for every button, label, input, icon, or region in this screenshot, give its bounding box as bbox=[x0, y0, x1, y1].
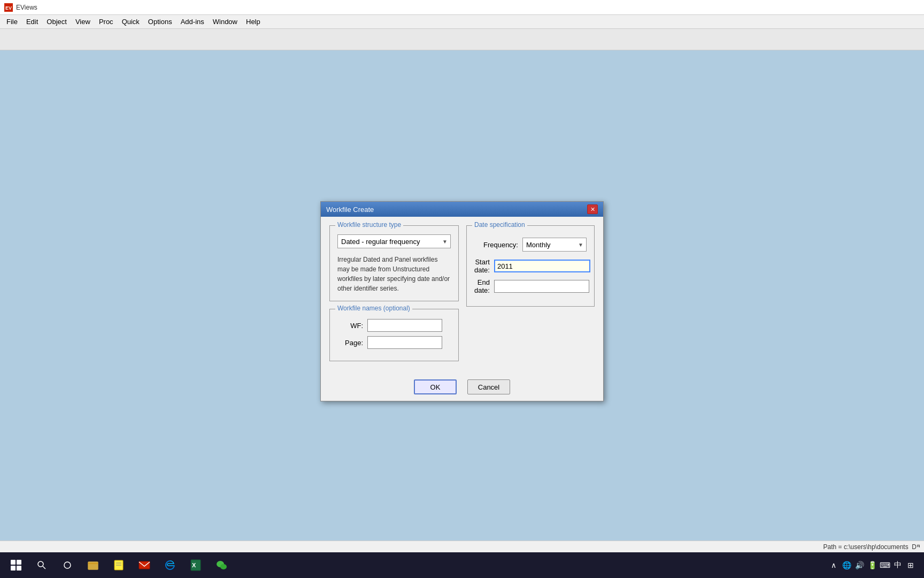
tray-network[interactable]: 🌐 bbox=[842, 560, 851, 570]
frequency-row: Frequency: Annual Semi-annual Quarterly … bbox=[474, 238, 587, 252]
taskbar-search[interactable] bbox=[30, 554, 53, 576]
workfile-create-dialog: Workfile Create ✕ Workfile structure typ… bbox=[320, 201, 604, 401]
structure-group: Workfile structure type Dated - regular … bbox=[329, 225, 459, 301]
dialog-buttons: OK Cancel bbox=[329, 377, 595, 394]
menu-help[interactable]: Help bbox=[242, 16, 265, 27]
svg-line-3 bbox=[43, 566, 45, 569]
wf-label: WF: bbox=[337, 322, 363, 330]
toolbar-area bbox=[0, 29, 924, 50]
frequency-label: Frequency: bbox=[474, 241, 518, 249]
svg-point-13 bbox=[220, 564, 227, 569]
frequency-dropdown-wrapper: Annual Semi-annual Quarterly Monthly Wee… bbox=[522, 238, 587, 252]
names-group: Workfile names (optional) WF: Page: bbox=[329, 309, 459, 361]
menu-window[interactable]: Window bbox=[209, 16, 242, 27]
menu-quick[interactable]: Quick bbox=[118, 16, 144, 27]
title-bar: EV EViews bbox=[0, 0, 924, 15]
structure-dropdown-wrapper: Dated - regular frequency Unstructured B… bbox=[337, 234, 451, 248]
end-date-row: End date: bbox=[474, 278, 587, 294]
app-title-text: EViews bbox=[16, 4, 37, 11]
main-area: Workfile Create ✕ Workfile structure typ… bbox=[0, 50, 924, 552]
start-date-input[interactable] bbox=[494, 260, 590, 272]
structure-description: Irregular Dated and Panel workfiles may … bbox=[337, 255, 451, 293]
status-path: Path = c:\users\hp\documents bbox=[823, 543, 908, 551]
svg-point-4 bbox=[64, 562, 71, 568]
page-label: Page: bbox=[337, 339, 363, 347]
wf-row: WF: bbox=[337, 319, 451, 332]
start-date-row: Start date: bbox=[474, 258, 587, 274]
frequency-dropdown[interactable]: Annual Semi-annual Quarterly Monthly Wee… bbox=[522, 238, 587, 252]
structure-dropdown[interactable]: Dated - regular frequency Unstructured B… bbox=[337, 234, 451, 248]
tray-chinese[interactable]: 中 bbox=[893, 560, 903, 570]
dialog-body: Workfile structure type Dated - regular … bbox=[321, 217, 603, 401]
tray-battery[interactable]: 🔋 bbox=[867, 560, 877, 570]
tray-volume[interactable]: 🔊 bbox=[854, 560, 864, 570]
menu-proc[interactable]: Proc bbox=[95, 16, 118, 27]
menu-bar: File Edit Object View Proc Quick Options… bbox=[0, 15, 924, 29]
taskbar-taskview[interactable] bbox=[56, 554, 79, 576]
page-input[interactable] bbox=[367, 336, 442, 349]
left-column: Workfile structure type Dated - regular … bbox=[329, 225, 459, 369]
menu-object[interactable]: Object bbox=[42, 16, 71, 27]
svg-rect-5 bbox=[88, 562, 98, 569]
tray-keyboard[interactable]: ⌨ bbox=[880, 560, 890, 570]
tray-arrow[interactable]: ∧ bbox=[829, 560, 838, 570]
status-extra: Dཨ bbox=[912, 543, 920, 551]
dialog-titlebar: Workfile Create ✕ bbox=[321, 202, 603, 217]
taskbar: X ∧ 🌐 🔊 🔋 ⌨ 中 ⊞ bbox=[0, 552, 924, 578]
dialog-overlay: Workfile Create ✕ Workfile structure typ… bbox=[0, 50, 924, 552]
start-date-label: Start date: bbox=[474, 258, 490, 274]
end-date-label: End date: bbox=[474, 278, 490, 294]
svg-text:EV: EV bbox=[5, 5, 12, 11]
dialog-two-col: Workfile structure type Dated - regular … bbox=[329, 225, 595, 369]
page-row: Page: bbox=[337, 336, 451, 349]
wf-input[interactable] bbox=[367, 319, 442, 332]
windows-icon bbox=[11, 560, 21, 571]
taskbar-mail[interactable] bbox=[133, 554, 156, 576]
taskbar-wechat[interactable] bbox=[210, 554, 233, 576]
status-bar: Path = c:\users\hp\documents Dཨ bbox=[0, 541, 924, 552]
taskbar-explorer[interactable] bbox=[81, 554, 105, 576]
dialog-title: Workfile Create bbox=[326, 206, 374, 214]
menu-view[interactable]: View bbox=[71, 16, 95, 27]
taskbar-notes[interactable] bbox=[107, 554, 130, 576]
date-spec-label: Date specification bbox=[472, 221, 527, 229]
right-column: Date specification Frequency: Annual Sem… bbox=[466, 225, 595, 369]
menu-file[interactable]: File bbox=[2, 16, 22, 27]
dialog-close-button[interactable]: ✕ bbox=[587, 204, 598, 214]
svg-point-2 bbox=[38, 561, 43, 567]
svg-text:X: X bbox=[192, 562, 196, 568]
menu-options[interactable]: Options bbox=[144, 16, 176, 27]
taskbar-excel[interactable]: X bbox=[184, 554, 207, 576]
end-date-input[interactable] bbox=[494, 280, 589, 293]
ok-button[interactable]: OK bbox=[414, 379, 457, 394]
start-button[interactable] bbox=[4, 554, 28, 576]
cancel-button[interactable]: Cancel bbox=[467, 379, 510, 394]
app-icon: EV bbox=[4, 3, 13, 12]
structure-group-label: Workfile structure type bbox=[335, 221, 403, 229]
svg-rect-9 bbox=[139, 561, 150, 569]
taskbar-edge[interactable] bbox=[158, 554, 182, 576]
tray-grid[interactable]: ⊞ bbox=[906, 560, 915, 570]
menu-edit[interactable]: Edit bbox=[22, 16, 42, 27]
date-spec-group: Date specification Frequency: Annual Sem… bbox=[466, 225, 595, 307]
names-group-label: Workfile names (optional) bbox=[335, 305, 412, 312]
system-tray: ∧ 🌐 🔊 🔋 ⌨ 中 ⊞ bbox=[829, 560, 920, 570]
menu-addins[interactable]: Add-ins bbox=[176, 16, 209, 27]
